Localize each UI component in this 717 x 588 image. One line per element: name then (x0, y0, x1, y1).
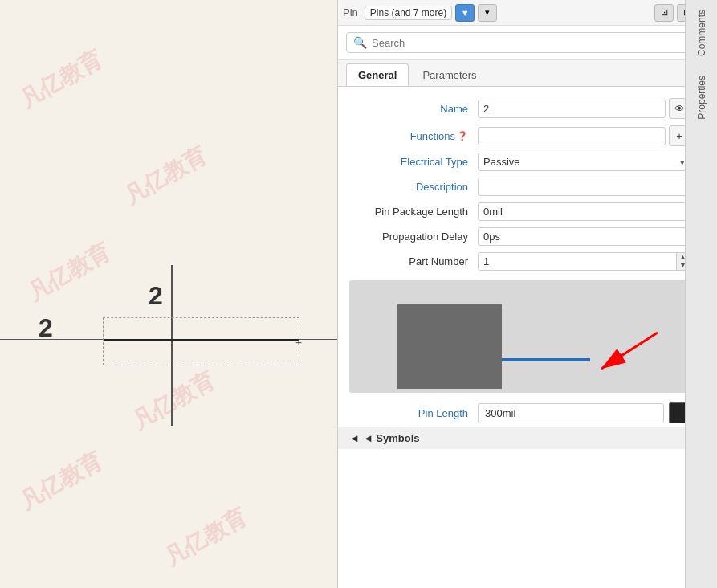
preview-component-body (397, 304, 502, 389)
part-number-label: Part Number (349, 255, 478, 267)
svg-line-0 (601, 333, 658, 369)
part-number-input[interactable] (479, 253, 676, 270)
search-bar: 🔍 (338, 26, 701, 60)
electrical-type-row: Electrical Type Passive Input Output Bid… (338, 149, 701, 174)
symbols-section-header[interactable]: ◄ ◄ Symbols (338, 427, 701, 449)
pin-length-input[interactable] (478, 403, 664, 423)
watermark-4: 凡亿教育 (127, 365, 220, 437)
top-bar: Pin Pins (and 7 more) ▼ ▾ ⊡ ⊞ (338, 0, 701, 26)
propagation-delay-row: Propagation Delay (338, 224, 701, 249)
pin-label-left: 2 (39, 313, 53, 343)
pin-package-length-row: Pin Package Length (338, 199, 701, 224)
functions-help-icon[interactable]: ❓ (457, 131, 468, 141)
side-tab-comments[interactable]: Comments (694, 0, 710, 66)
watermark-6: 凡亿教育 (159, 502, 252, 574)
search-input-wrap: 🔍 (346, 32, 693, 53)
tab-parameters[interactable]: Parameters (410, 63, 488, 86)
functions-label: Functions ❓ (349, 130, 478, 142)
name-row: Name 👁 (338, 95, 701, 122)
propagation-delay-label: Propagation Delay (349, 231, 478, 243)
pin-selection-box (103, 317, 299, 365)
part-number-row: Part Number ▲ ▼ (338, 249, 701, 274)
part-number-spinbox: ▲ ▼ (478, 252, 690, 271)
symbols-collapse-icon: ◄ (349, 432, 360, 444)
name-label: Name (349, 103, 478, 115)
description-row: Description (338, 174, 701, 199)
propagation-delay-input[interactable] (478, 227, 690, 246)
pins-count-badge: Pins (and 7 more) (365, 6, 452, 20)
watermark: 凡亿教育 (14, 44, 108, 116)
side-tab-properties[interactable]: Properties (694, 66, 710, 129)
name-input[interactable] (478, 100, 666, 118)
dropdown-arrow-button[interactable]: ▾ (478, 4, 497, 22)
arrow-indicator (577, 325, 674, 389)
icon-button-1[interactable]: ⊡ (654, 4, 674, 22)
side-tabs: Comments Properties (685, 0, 717, 588)
pin-preview (349, 280, 690, 393)
electrical-type-select-wrap: Passive Input Output Bidirectional Power… (478, 153, 690, 171)
pin-package-length-label: Pin Package Length (349, 206, 478, 218)
electrical-type-label: Electrical Type (349, 156, 478, 168)
symbols-label: ◄ Symbols (363, 432, 420, 444)
functions-input[interactable] (478, 127, 666, 145)
search-icon: 🔍 (353, 36, 367, 49)
description-label: Description (349, 181, 478, 193)
pin-label: Pin (343, 6, 358, 18)
description-input[interactable] (478, 178, 690, 196)
functions-row: Functions ❓ + (338, 122, 701, 149)
canvas-area: 凡亿教育 凡亿教育 凡亿教育 凡亿教育 凡亿教育 凡亿教育 2 2 + (0, 0, 337, 588)
tab-general[interactable]: General (346, 63, 409, 86)
pin-label-top: 2 (149, 281, 163, 311)
tabs-row: General Parameters (338, 60, 701, 87)
search-input[interactable] (372, 37, 686, 49)
electrical-type-select[interactable]: Passive Input Output Bidirectional Power… (478, 153, 690, 171)
pin-length-label: Pin Length (349, 407, 478, 419)
filter-button[interactable]: ▼ (455, 4, 475, 22)
properties-content: Name 👁 Functions ❓ + Electrical Type Pas… (338, 87, 701, 588)
pin-line (104, 339, 299, 341)
watermark-3: 凡亿教育 (22, 237, 116, 308)
watermark-5: 凡亿教育 (14, 446, 108, 517)
right-panel: Pin Pins (and 7 more) ▼ ▾ ⊡ ⊞ 🔍 General … (337, 0, 701, 588)
watermark-2: 凡亿教育 (119, 141, 212, 212)
pin-package-length-input[interactable] (478, 202, 690, 221)
pin-endpoint: + (295, 336, 302, 342)
pin-length-row: Pin Length (338, 399, 701, 427)
